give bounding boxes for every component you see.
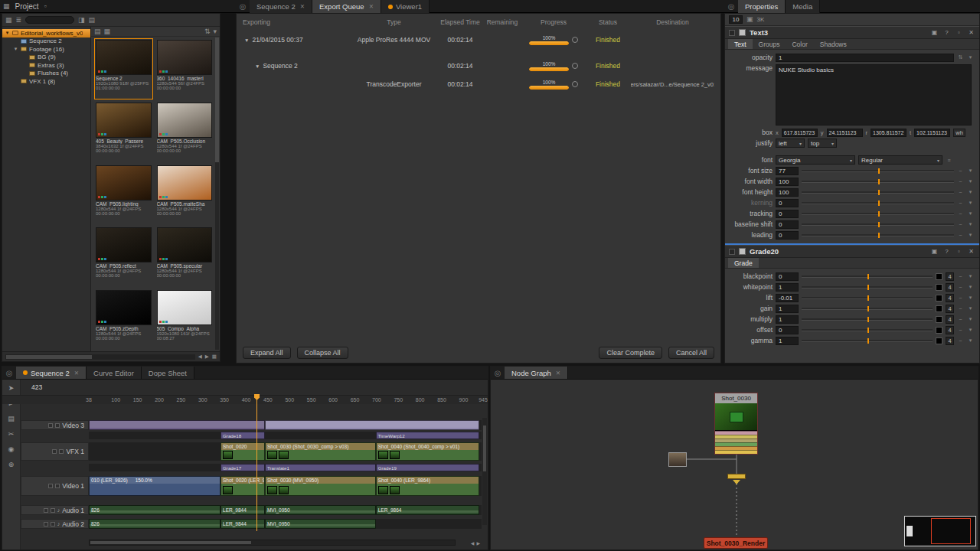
knob-value-input[interactable]: 1 xyxy=(776,337,799,345)
timeline-ruler[interactable]: 3810015020025030035040045050055060065070… xyxy=(2,395,488,404)
close-icon[interactable]: ✕ xyxy=(300,3,305,10)
scroll-thumb[interactable] xyxy=(90,541,251,544)
knob-slider[interactable] xyxy=(802,170,954,172)
cancel-all-button[interactable]: Cancel All xyxy=(668,347,714,359)
timeline-tool-icon-5[interactable]: ⊕ xyxy=(8,461,15,468)
spinner-icon[interactable]: ⇅ xyxy=(957,54,964,60)
color-swatch[interactable] xyxy=(936,273,942,280)
timeline-tool-icon-2[interactable]: ▤ xyxy=(8,415,15,422)
opacity-input[interactable]: 1 xyxy=(776,54,954,62)
knob-value-input[interactable]: 100 xyxy=(776,188,799,197)
project-menu[interactable]: Project xyxy=(15,2,39,11)
close-icon[interactable]: ✕ xyxy=(967,248,975,255)
clip-grade19[interactable]: Grade19 xyxy=(376,464,479,471)
knob-value-input[interactable]: 0 xyxy=(776,199,799,207)
current-frame[interactable]: 423 xyxy=(31,383,42,391)
animation-menu-icon[interactable]: ▾ xyxy=(967,273,974,279)
knob-value-input[interactable]: 0 xyxy=(776,326,799,334)
box-value-input[interactable]: 1305.811572 xyxy=(871,129,906,137)
bin-clip-505-compo-alpha[interactable]: 505_Compo_Alpha1920x1080 161f @24FPS00:0… xyxy=(155,289,214,350)
search-input[interactable] xyxy=(25,16,74,24)
track-lock-icon[interactable] xyxy=(55,423,60,428)
node-enable-checkbox[interactable] xyxy=(729,249,735,255)
cancel-circle-icon[interactable] xyxy=(572,37,578,43)
track-header-vfx-1[interactable]: VFX 1 xyxy=(21,442,89,461)
help-icon[interactable]: ? xyxy=(942,248,951,255)
text3-tab-shadows[interactable]: Shadows xyxy=(814,39,853,49)
bin-clip-cam-p505-zdepth[interactable]: CAM_P505.zDepth1280x544 1f @24FPS00:00:0… xyxy=(94,289,153,350)
clip-shot-0040-shot-0040-comp-v01[interactable]: Shot_0040 (Shot_0040_comp > v01) xyxy=(376,442,479,461)
cancel-circle-icon[interactable] xyxy=(572,63,578,69)
grid-view-icon[interactable]: ▦ xyxy=(5,17,12,24)
float-panel-icon[interactable]: ▫ xyxy=(955,29,963,36)
node-color-chip[interactable] xyxy=(739,248,746,255)
track-header-audio-1[interactable]: ♪Audio 1 xyxy=(21,505,89,515)
pane-menu-icon[interactable]: ◎ xyxy=(236,0,250,13)
track-toggle-icon[interactable] xyxy=(48,423,53,428)
bin-list-icon[interactable]: ▦ xyxy=(104,28,111,35)
clip-grade18[interactable]: Grade18 xyxy=(220,432,265,439)
knob-value-input[interactable]: -0.01 xyxy=(776,294,799,302)
knob-slider[interactable] xyxy=(802,340,933,342)
close-icon[interactable]: ✕ xyxy=(556,370,560,377)
tree-item-bg-9[interactable]: BG (9) xyxy=(2,54,90,62)
knob-value-input[interactable]: 0 xyxy=(776,272,799,281)
tab-viewer1[interactable]: Viewer1 xyxy=(381,0,430,13)
bin-clip-cam-p505-specular[interactable]: CAM_P505.specular1280x544 1f @24FPS00:00… xyxy=(155,226,214,287)
track-lock-icon[interactable] xyxy=(51,508,55,513)
center-panel-icon[interactable]: ▣ xyxy=(930,248,939,255)
tab-sequence-2[interactable]: Sequence 2✕ xyxy=(16,367,87,379)
expander-icon[interactable]: ▾ xyxy=(13,46,18,52)
close-icon[interactable]: ✕ xyxy=(74,370,79,377)
scroll-right-icon[interactable]: ▶ xyxy=(476,540,480,546)
bin-clip-cam-p505-reflect[interactable]: CAM_P505.reflect1280x544 1f @24FPS00:00:… xyxy=(94,226,153,287)
close-icon[interactable]: ✕ xyxy=(369,3,374,10)
knob-value-input[interactable]: 0 xyxy=(776,210,799,218)
grade-tab-grade[interactable]: Grade xyxy=(728,258,759,268)
knob-slider[interactable] xyxy=(802,286,933,289)
color-swatch[interactable] xyxy=(936,327,942,334)
animation-menu-icon[interactable]: ▾ xyxy=(967,189,974,195)
bin-clip-405-beauty-passere[interactable]: 405_Beauty_Passere3840x1632 1f @24FPS00:… xyxy=(94,101,153,162)
clip-826[interactable]: 826 xyxy=(89,519,220,529)
node-enable-checkbox[interactable] xyxy=(729,30,735,36)
knob-value-input[interactable]: 100 xyxy=(776,178,799,186)
text3-tab-text[interactable]: Text xyxy=(728,39,753,49)
tab-dope-sheet[interactable]: Dope Sheet xyxy=(142,367,194,379)
knob-value-input[interactable]: 0 xyxy=(776,220,799,229)
color-swatch[interactable] xyxy=(936,316,942,323)
expand-all-button[interactable]: Expand All xyxy=(243,347,291,359)
animation-menu-icon[interactable]: ▾ xyxy=(967,54,974,60)
sort-icon[interactable]: ⇅ xyxy=(204,28,211,35)
clip-shot-0030-mvi-0950[interactable]: Shot_0030 (MVI_0950) xyxy=(265,476,376,496)
animation-menu-icon[interactable]: ▾ xyxy=(967,337,974,344)
knob-value-input[interactable]: 1 xyxy=(776,305,799,313)
text3-tab-groups[interactable]: Groups xyxy=(753,39,786,49)
node-graph-body[interactable]: Shot_0030 Shot_0030_Render xyxy=(491,380,978,549)
clip-shot-0040-ler-9864[interactable]: Shot_0040 (LER_9864) xyxy=(376,476,479,496)
tab-sequence-2[interactable]: Sequence 2✕ xyxy=(250,0,312,13)
knob-slider[interactable] xyxy=(802,234,954,236)
box-value-input[interactable]: 617.8115723 xyxy=(782,129,818,137)
box-value-input[interactable]: 102.1151123 xyxy=(914,129,950,137)
bin-expand-icon[interactable]: ▦ xyxy=(212,354,217,360)
bin-horizontal-scrollbar[interactable] xyxy=(5,354,195,360)
list-view-icon[interactable]: ≣ xyxy=(16,17,22,24)
clip-mvi-0950[interactable]: MVI_0950 xyxy=(265,505,376,515)
font-options-icon[interactable]: ≡ xyxy=(946,158,952,163)
center-panel-icon[interactable]: ▣ xyxy=(930,29,939,36)
color-swatch[interactable] xyxy=(936,295,942,302)
timeline-vertical-scrollbar[interactable] xyxy=(482,418,487,525)
clip-ler-9844[interactable]: LER_9844 xyxy=(220,505,265,515)
export-row[interactable]: ▼Sequence 200:02:14100%Finished xyxy=(237,57,720,75)
detail-view-icon[interactable]: ▤ xyxy=(89,17,96,24)
knob-slider[interactable] xyxy=(802,213,954,215)
wh-button[interactable]: wh xyxy=(953,129,965,137)
bin-clip-sequence-2[interactable]: Sequence 21920x1080 918f @25FPS01:00:00:… xyxy=(94,38,153,99)
page-left-icon[interactable]: ◀ xyxy=(198,354,202,360)
export-row[interactable]: TranscodeExporter00:02:14100%Finished/Us… xyxy=(237,75,720,93)
cancel-circle-icon[interactable] xyxy=(572,81,578,87)
channels-button[interactable]: 4 xyxy=(946,283,954,292)
knob-value-input[interactable]: 1 xyxy=(776,283,799,292)
tree-item-vfx-1-8[interactable]: VFX 1 (8) xyxy=(2,77,90,86)
